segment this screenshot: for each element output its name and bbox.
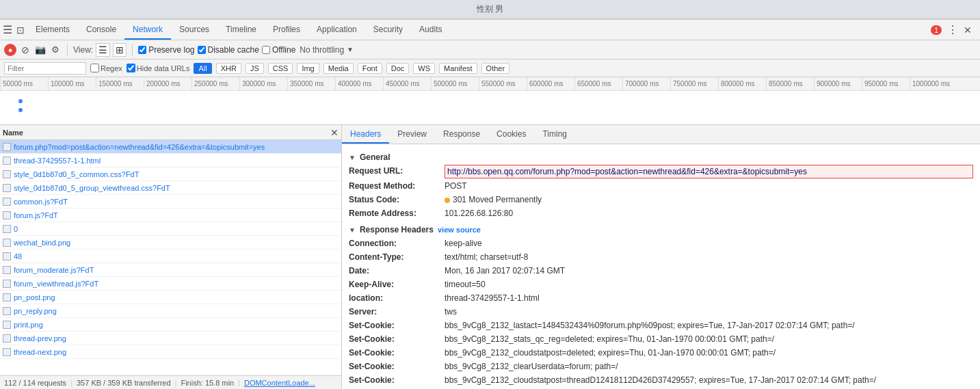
file-name: common.js?FdT <box>14 198 339 206</box>
network-toolbar: ● ⊘ 📷 ⚙ View: ☰ ⊞ Preserve log Disable c… <box>0 40 980 59</box>
detail-tab-timing[interactable]: Timing <box>534 125 575 144</box>
network-list-item[interactable]: 48 <box>0 250 341 263</box>
regex-checkbox-group[interactable]: Regex <box>90 64 122 72</box>
file-name: thread-next.png <box>14 348 339 356</box>
filter-media-btn[interactable]: Media <box>323 63 354 74</box>
network-list-item[interactable]: style_0d1b87d0_5_common.css?FdT <box>0 167 341 181</box>
timeline-tick: 800000 ms <box>718 77 766 90</box>
network-list-item[interactable]: 0 <box>0 222 341 236</box>
filter-js-btn[interactable]: JS <box>246 63 264 74</box>
timeline-graph[interactable] <box>0 91 980 124</box>
hide-data-urls-checkbox[interactable] <box>127 64 135 72</box>
detail-tab-preview[interactable]: Preview <box>389 125 435 144</box>
filter-img-btn[interactable]: Img <box>297 63 319 74</box>
tab-elements[interactable]: Elements <box>27 20 78 40</box>
response-header-key: Server: <box>349 306 445 318</box>
hide-data-urls-label: Hide data URLs <box>137 64 190 72</box>
filter-ws-btn[interactable]: WS <box>413 63 435 74</box>
network-list-item[interactable]: common.js?FdT <box>0 195 341 209</box>
detail-tab-cookies[interactable]: Cookies <box>488 125 534 144</box>
offline-checkbox[interactable] <box>262 46 270 54</box>
record-button[interactable]: ● <box>4 44 16 56</box>
timeline-tick: 50000 ms <box>0 77 48 90</box>
timeline-tick: 500000 ms <box>431 77 479 90</box>
timeline-tick: 450000 ms <box>383 77 431 90</box>
finish-time: Finish: 15.8 min <box>181 379 234 387</box>
file-icon <box>3 239 11 247</box>
network-list-item[interactable]: forum_viewthread.js?FdT <box>0 277 341 291</box>
hide-data-urls-group[interactable]: Hide data URLs <box>127 64 190 72</box>
disable-cache-group[interactable]: Disable cache <box>198 45 259 55</box>
detail-tab-response[interactable]: Response <box>435 125 488 144</box>
filter-manifest-btn[interactable]: Manifest <box>439 63 477 74</box>
camera-button[interactable]: 📷 <box>34 44 47 56</box>
filter-doc-btn[interactable]: Doc <box>386 63 410 74</box>
network-list-item[interactable]: thread-37429557-1-1.html <box>0 154 341 167</box>
tree-view-icon[interactable]: ⊞ <box>113 43 127 57</box>
regex-checkbox[interactable] <box>90 64 99 72</box>
offline-group[interactable]: Offline <box>262 45 295 55</box>
network-list-item[interactable]: wechat_bind.png <box>0 236 341 250</box>
tab-application[interactable]: Application <box>308 20 365 40</box>
network-list-item[interactable]: thread-prev.png <box>0 332 341 345</box>
file-icon <box>3 348 11 356</box>
response-header-key: Set-Cookie: <box>349 319 445 332</box>
network-items-list[interactable]: forum.php?mod=post&action=newthread&fid=… <box>0 140 341 375</box>
file-name: thread-prev.png <box>14 334 339 343</box>
devtools-menu-icon[interactable]: ☰ <box>3 23 12 36</box>
devtools-panel: ☰ ⊡ Elements Console Network Sources Tim… <box>0 19 980 389</box>
network-list-item[interactable]: pn_reply.png <box>0 304 341 318</box>
filter-css-btn[interactable]: CSS <box>268 63 293 74</box>
response-header-key: Content-Type: <box>349 251 445 263</box>
toolbar-separator-1 <box>67 44 68 56</box>
preserve-log-checkbox[interactable] <box>138 46 146 54</box>
tab-sources[interactable]: Sources <box>171 20 217 40</box>
timeline-tick: 200000 ms <box>144 77 191 90</box>
response-header-key: Date: <box>349 265 445 277</box>
network-list-item[interactable]: thread-next.png <box>0 345 341 359</box>
filter-other-btn[interactable]: Other <box>481 63 510 74</box>
file-icon <box>3 334 11 343</box>
tab-profiles[interactable]: Profiles <box>265 20 308 40</box>
details-tab-bar: Headers Preview Response Cookies Timing <box>342 125 980 144</box>
response-header-row: Set-Cookie:bbs_9vCg8_2132_cloudstatpost=… <box>349 374 973 386</box>
file-icon <box>3 211 11 219</box>
request-method-value: POST <box>445 180 973 192</box>
general-header-label: General <box>360 152 390 162</box>
filter-all-btn[interactable]: All <box>194 63 211 74</box>
filter-row: Regex Hide data URLs All XHR JS CSS Img … <box>0 59 980 77</box>
network-list-item[interactable]: print.png <box>0 318 341 332</box>
tab-security[interactable]: Security <box>365 20 411 40</box>
network-list-item[interactable]: forum_moderate.js?FdT <box>0 263 341 277</box>
network-list-item[interactable]: forum.php?mod=post&action=newthread&fid=… <box>0 140 341 154</box>
preserve-log-group[interactable]: Preserve log <box>138 45 194 55</box>
close-details-btn[interactable]: ✕ <box>330 127 339 138</box>
close-devtools-icon[interactable]: ✕ <box>964 25 972 36</box>
list-view-icon[interactable]: ☰ <box>96 43 110 57</box>
network-list-item[interactable]: style_0d1b87d0_5_group_viewthread.css?Fd… <box>0 181 341 195</box>
network-list-item[interactable]: forum.js?FdT <box>0 209 341 222</box>
view-label: View: <box>73 45 93 55</box>
dom-content-link[interactable]: DOMContentLoade... <box>244 379 315 387</box>
network-list-item[interactable]: pn_post.png <box>0 291 341 304</box>
tab-network[interactable]: Network <box>124 20 171 40</box>
throttle-arrow-icon[interactable]: ▼ <box>347 46 354 53</box>
filter-font-btn[interactable]: Font <box>358 63 382 74</box>
detail-tab-headers[interactable]: Headers <box>342 125 389 144</box>
response-header-key: Set-Cookie: <box>349 374 445 386</box>
filter-xhr-btn[interactable]: XHR <box>216 63 241 74</box>
tab-console[interactable]: Console <box>78 20 124 40</box>
svg-point-0 <box>18 99 23 103</box>
tab-timeline[interactable]: Timeline <box>217 20 265 40</box>
view-source-link[interactable]: view source <box>438 226 481 234</box>
more-options-icon[interactable]: ⋮ <box>947 23 958 36</box>
new-tab-icon[interactable]: ⊡ <box>16 25 25 36</box>
remote-address-row: Remote Address: 101.226.68.126:80 <box>349 207 973 219</box>
disable-cache-checkbox[interactable] <box>198 46 206 54</box>
tab-audits[interactable]: Audits <box>411 20 450 40</box>
filter-button[interactable]: ⚙ <box>49 44 62 56</box>
filter-input[interactable] <box>4 62 86 75</box>
general-triangle-icon: ▼ <box>349 154 356 161</box>
clear-button[interactable]: ⊘ <box>19 44 31 56</box>
file-icon <box>3 198 11 206</box>
